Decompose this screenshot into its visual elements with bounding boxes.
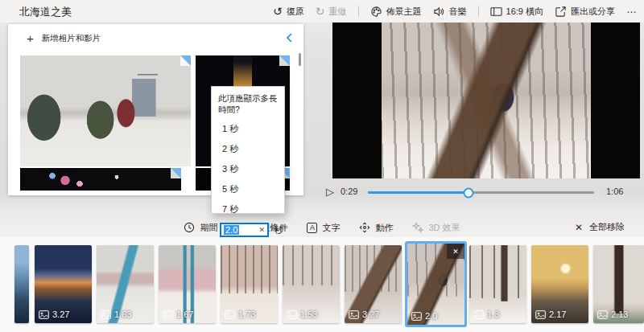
close-icon: ✕: [452, 248, 459, 256]
more-icon: …: [626, 3, 638, 15]
share-icon: [555, 6, 567, 18]
timeline-clip[interactable]: 2.13: [593, 245, 644, 323]
redo-button[interactable]: ↻ 重做: [316, 6, 347, 18]
clip-duration: 2.0: [425, 311, 437, 321]
clip-duration-badge: 3.27: [349, 309, 379, 319]
duration-option-1s[interactable]: 1 秒: [212, 119, 284, 139]
clip-duration: 2.13: [611, 309, 628, 319]
redo-icon: ↻: [316, 6, 325, 17]
playback-controls: ▷ 0:29 1:06: [0, 183, 644, 201]
duration-input-value: 2.0: [224, 225, 239, 235]
added-corner-badge: [171, 168, 181, 178]
timeline-clip[interactable]: 1.63: [97, 245, 154, 323]
timeline-clip[interactable]: 3.27: [35, 245, 92, 323]
photo-park-image: [20, 55, 191, 166]
palette-icon: [370, 6, 382, 18]
redo-label: 重做: [329, 6, 347, 18]
music-button[interactable]: 音樂: [433, 6, 467, 18]
play-button[interactable]: ▷: [326, 186, 334, 198]
theme-label: 佈景主題: [386, 6, 422, 18]
seek-bar-thumb[interactable]: [464, 187, 474, 198]
edit-toolbar: 期間 篩選條件 A 文字 動作 3D 效果: [0, 218, 644, 237]
duration-menu-title: 此項應顯示多長時間?: [212, 87, 284, 119]
photo-icon: [597, 310, 608, 319]
photo-icon: [287, 310, 297, 319]
close-icon: ✕: [575, 222, 583, 233]
clip-duration: 1.53: [300, 309, 317, 319]
clear-input-icon[interactable]: ✕: [258, 226, 265, 234]
aspect-ratio-button[interactable]: 16:9 橫向: [490, 6, 543, 18]
duration-button[interactable]: 期間: [184, 222, 217, 234]
duration-option-3s[interactable]: 3 秒: [212, 159, 284, 179]
total-time: 1:06: [606, 186, 623, 196]
custom-duration-input[interactable]: 2.0 ✕: [220, 223, 269, 237]
sparkle-3d-icon: [412, 222, 423, 233]
duration-option-2s[interactable]: 2 秒: [212, 139, 284, 159]
add-media-label: 新增相片和影片: [42, 33, 101, 44]
undo-button[interactable]: ↺ 復原: [273, 6, 304, 18]
seek-bar-fill: [368, 191, 469, 194]
effects-3d-button[interactable]: 3D 效果: [412, 222, 460, 234]
text-icon: A: [307, 223, 317, 233]
aspect-ratio-label: 16:9 橫向: [506, 6, 543, 18]
clip-duration: 1.67: [176, 309, 193, 319]
clip-duration-badge: 1.3: [473, 309, 499, 319]
photo-icon: [39, 310, 49, 319]
clip-image: [14, 245, 29, 323]
topbar-actions: ↺ 復原 ↻ 重做 佈景主題 音樂: [273, 0, 638, 23]
clip-duration-badge: 2.13: [597, 309, 628, 319]
clip-duration: 2.17: [549, 309, 566, 319]
clip-duration-badge: 1.53: [287, 309, 317, 319]
collapse-panel-button[interactable]: [286, 32, 294, 43]
photo-icon: [473, 310, 484, 319]
more-button[interactable]: …: [626, 3, 638, 20]
timeline-clip[interactable]: 1.73: [221, 245, 278, 323]
theme-button[interactable]: 佈景主題: [370, 6, 422, 18]
library-photo-park[interactable]: [20, 55, 191, 166]
clock-icon: [184, 222, 195, 233]
timeline-strip: 3.27 1.63 1.67 1.73: [0, 237, 644, 332]
motion-label: 動作: [375, 222, 393, 234]
photo-icon: [349, 310, 359, 319]
photo-icon: [225, 310, 235, 319]
clip-duration-badge: 2.0: [411, 311, 437, 321]
aspect-ratio-icon: [490, 6, 502, 17]
timeline-clip[interactable]: 1.53: [283, 245, 340, 323]
clip-duration-badge: 3.27: [39, 309, 69, 319]
added-corner-badge: [180, 55, 191, 66]
photo-icon: [535, 310, 546, 319]
clip-duration: 3.27: [52, 309, 69, 319]
remove-all-label: 全部移除: [589, 221, 625, 233]
motion-button[interactable]: 動作: [359, 222, 393, 234]
text-button[interactable]: A 文字: [307, 222, 340, 234]
speaker-icon: [433, 6, 445, 18]
duration-option-7s[interactable]: 7 秒: [212, 199, 284, 219]
timeline-clip-partial[interactable]: [14, 245, 29, 323]
clip-duration-badge: 1.67: [163, 309, 193, 319]
divider: [358, 6, 359, 17]
timeline-clip[interactable]: 3.27: [345, 245, 402, 323]
plus-icon: +: [27, 33, 34, 44]
clip-duration-badge: 2.17: [535, 309, 566, 319]
project-title[interactable]: 北海道之美: [19, 5, 72, 19]
duration-option-5s[interactable]: 5 秒: [212, 179, 284, 199]
remove-all-button[interactable]: ✕ 全部移除: [575, 221, 625, 233]
photo-icon: [101, 310, 111, 319]
text-label: 文字: [322, 222, 340, 234]
video-preview[interactable]: [332, 23, 640, 178]
top-bar: 北海道之美 ↺ 復原 ↻ 重做 佈景主題: [0, 0, 644, 23]
export-share-button[interactable]: 匯出或分享: [555, 6, 615, 18]
add-media-button[interactable]: + 新增相片和影片: [27, 33, 101, 44]
panel-scrollbar[interactable]: [299, 53, 301, 66]
timeline-clip[interactable]: 1.3: [469, 245, 526, 323]
timeline-clip-selected[interactable]: ✕ 2.0: [405, 241, 467, 327]
clip-duration: 1.63: [114, 309, 131, 319]
undo-icon: ↺: [273, 6, 283, 17]
timeline-clip[interactable]: 1.67: [159, 245, 216, 323]
clip-duration: 1.73: [238, 309, 255, 319]
timeline-clip[interactable]: 2.17: [531, 245, 588, 323]
motion-icon: [359, 222, 370, 233]
remove-clip-button[interactable]: ✕: [447, 244, 464, 259]
seek-bar[interactable]: [368, 191, 594, 194]
export-share-label: 匯出或分享: [571, 6, 615, 18]
